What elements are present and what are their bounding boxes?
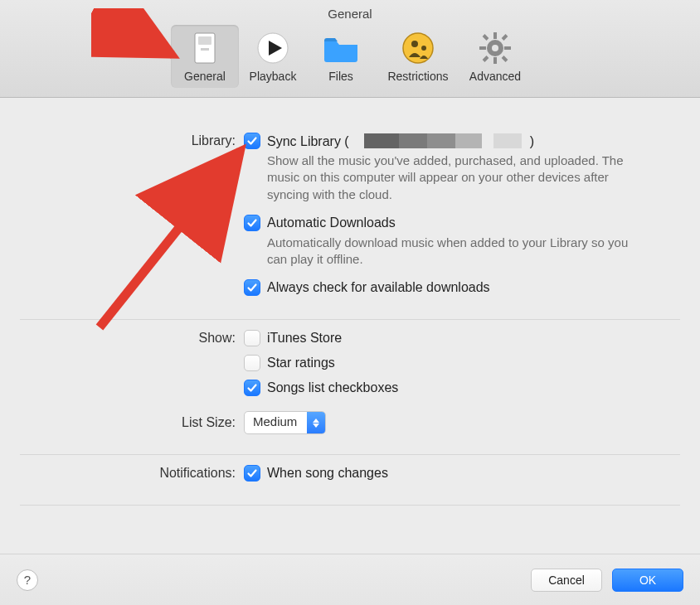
svg-rect-13	[483, 34, 489, 41]
folder-icon	[307, 28, 375, 68]
tab-restrictions[interactable]: Restrictions	[375, 25, 461, 88]
svg-point-5	[403, 33, 433, 63]
list-size-select[interactable]: Medium	[244, 411, 326, 434]
svg-rect-9	[493, 32, 497, 39]
window-title: General	[0, 7, 700, 21]
checkbox-sync-library[interactable]	[244, 133, 260, 149]
svg-rect-16	[502, 56, 508, 62]
play-icon	[239, 28, 307, 68]
section-show: Show: iTunes Store Star ratings	[20, 320, 680, 454]
svg-rect-2	[201, 48, 209, 51]
tab-restrictions-label: Restrictions	[375, 70, 461, 83]
separator	[20, 505, 680, 506]
tab-advanced-label: Advanced	[461, 70, 529, 83]
restrictions-icon	[375, 28, 461, 68]
toolbar: General General Playback	[0, 0, 700, 98]
help-glyph: ?	[24, 573, 31, 587]
svg-rect-15	[483, 56, 489, 62]
redacted-account-name	[364, 133, 522, 148]
tab-files[interactable]: Files	[307, 25, 375, 88]
list-size-value: Medium	[245, 412, 307, 433]
label-show: Show:	[20, 330, 244, 346]
footer-bar: ? Cancel OK	[0, 554, 700, 605]
svg-point-17	[492, 45, 498, 51]
checkbox-itunes-store[interactable]	[244, 330, 260, 346]
section-notifications: Notifications: When song changes	[20, 455, 680, 505]
checkbox-when-song-changes[interactable]	[244, 465, 260, 482]
automatic-downloads-label: Automatic Downloads	[267, 215, 396, 230]
gear-icon	[461, 28, 529, 68]
sync-library-label: Sync Library ()	[267, 133, 534, 149]
svg-point-7	[421, 46, 426, 51]
star-ratings-label: Star ratings	[267, 356, 335, 370]
sync-library-description: Show all the music you've added, purchas…	[267, 152, 649, 203]
label-list-size: List Size:	[20, 411, 244, 430]
cancel-button[interactable]: Cancel	[531, 569, 602, 592]
checkbox-songs-list-checkboxes[interactable]	[244, 380, 260, 396]
label-library: Library:	[20, 133, 244, 148]
checkbox-always-check-downloads[interactable]	[244, 279, 260, 296]
preferences-content: Library: Sync Library () Show all the mu…	[0, 98, 700, 506]
always-check-downloads-label: Always check for available downloads	[267, 280, 490, 295]
label-notifications: Notifications:	[20, 465, 244, 481]
help-button[interactable]: ?	[17, 569, 38, 591]
general-icon	[171, 28, 239, 68]
tab-playback-label: Playback	[239, 70, 307, 83]
toolbar-tabs: General Playback Files	[171, 25, 529, 88]
songs-list-checkboxes-label: Songs list checkboxes	[267, 380, 398, 395]
svg-rect-1	[198, 36, 211, 45]
svg-rect-14	[502, 34, 508, 41]
when-song-changes-label: When song changes	[267, 466, 388, 481]
tab-general-label: General	[171, 70, 239, 83]
stepper-arrows-icon	[307, 412, 325, 433]
svg-rect-11	[479, 46, 486, 50]
itunes-store-label: iTunes Store	[267, 331, 342, 346]
tab-files-label: Files	[307, 70, 375, 83]
automatic-downloads-description: Automatically download music when added …	[267, 235, 649, 269]
tab-general[interactable]: General	[171, 25, 239, 88]
checkbox-star-ratings[interactable]	[244, 355, 260, 371]
svg-point-6	[411, 41, 418, 47]
svg-rect-12	[504, 46, 511, 50]
tab-advanced[interactable]: Advanced	[461, 25, 529, 88]
tab-playback[interactable]: Playback	[239, 25, 307, 88]
svg-rect-10	[493, 57, 497, 64]
section-library: Library: Sync Library () Show all the mu…	[20, 123, 680, 319]
ok-button[interactable]: OK	[612, 569, 683, 592]
checkbox-automatic-downloads[interactable]	[244, 215, 260, 231]
